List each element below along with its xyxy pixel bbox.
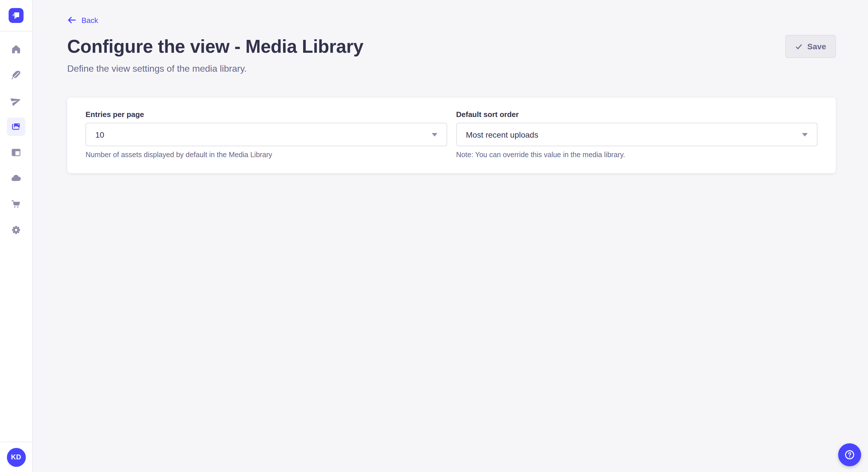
shopping-cart-icon [10,198,22,210]
feather-icon [10,69,22,80]
strapi-logo[interactable] [9,8,24,23]
select-value: 10 [95,130,104,139]
field-hint: Number of assets displayed by default in… [86,150,447,160]
layout-icon [10,146,22,158]
page-header: Configure the view - Media Library Defin… [67,35,836,74]
user-avatar[interactable]: KD [7,448,26,467]
sidebar-nav [0,36,32,243]
page-title: Configure the view - Media Library [67,35,363,58]
sidebar: KD [0,0,33,472]
check-icon [795,43,803,50]
entries-per-page-select[interactable]: 10 [86,123,447,146]
active-item-highlight [7,117,25,136]
main-content: Back Configure the view - Media Library … [33,0,868,472]
sidebar-footer: KD [0,442,32,472]
field-default-sort-order: Default sort order Most recent uploads N… [456,110,817,160]
select-value: Most recent uploads [466,130,538,139]
sidebar-item-home[interactable] [0,36,32,62]
sidebar-item-content-manager[interactable] [0,139,32,165]
save-button[interactable]: Save [786,35,836,58]
field-label: Default sort order [456,110,817,119]
media-library-icon [10,121,22,132]
fields-grid: Entries per page 10 Number of assets dis… [86,110,817,160]
arrow-left-icon [67,15,76,25]
sidebar-item-content-type-builder[interactable] [0,62,32,88]
title-block: Configure the view - Media Library Defin… [67,35,363,74]
save-label: Save [807,42,826,51]
help-button[interactable] [838,443,861,466]
brand-area [0,0,32,32]
home-icon [10,43,22,55]
caret-down-icon [802,133,808,136]
view-settings-card: Entries per page 10 Number of assets dis… [67,98,836,173]
app-window: KD Back Configure the view - Media Libra… [0,0,868,472]
gear-icon [10,224,22,235]
default-sort-order-select[interactable]: Most recent uploads [456,123,817,146]
field-entries-per-page: Entries per page 10 Number of assets dis… [86,110,447,160]
back-label: Back [82,16,98,24]
caret-down-icon [431,133,437,136]
sidebar-item-media-library[interactable] [0,113,32,139]
field-hint: Note: You can override this value in the… [456,150,817,160]
sidebar-item-deploy[interactable] [0,88,32,113]
sidebar-item-cloud[interactable] [0,165,32,191]
paper-plane-icon [10,95,22,106]
question-mark-icon [844,449,856,461]
sidebar-item-marketplace[interactable] [0,191,32,217]
back-button[interactable]: Back [67,15,98,25]
page-subtitle: Define the view settings of the media li… [67,63,363,74]
field-label: Entries per page [86,110,447,119]
sidebar-item-settings[interactable] [0,217,32,243]
cloud-icon [10,172,22,184]
